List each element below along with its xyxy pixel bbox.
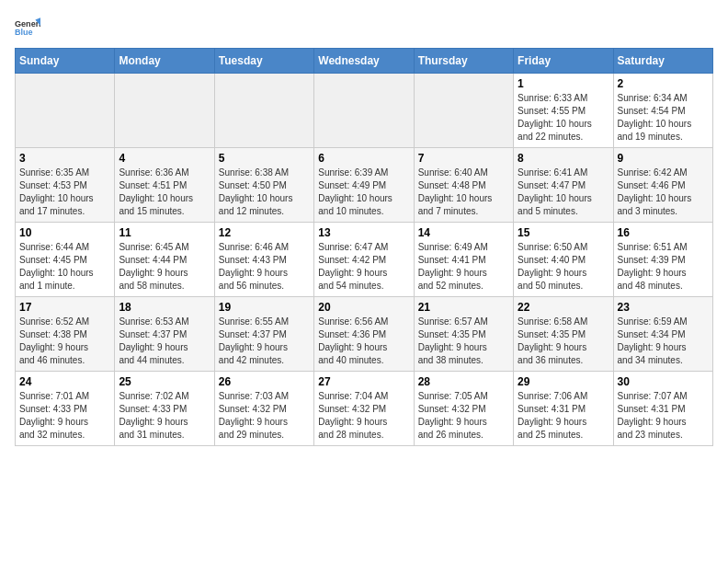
calendar-cell: 22Sunrise: 6:58 AM Sunset: 4:35 PM Dayli… [514,297,613,372]
calendar-cell: 14Sunrise: 6:49 AM Sunset: 4:41 PM Dayli… [414,223,513,297]
calendar-cell: 21Sunrise: 6:57 AM Sunset: 4:35 PM Dayli… [414,297,513,372]
day-number: 27 [318,375,409,388]
day-info: Sunrise: 6:38 AM Sunset: 4:50 PM Dayligh… [219,167,310,218]
weekday-header: Monday [115,49,214,74]
logo: General Blue [15,15,44,40]
calendar-cell: 9Sunrise: 6:42 AM Sunset: 4:46 PM Daylig… [613,148,712,223]
weekday-header: Tuesday [214,49,313,74]
day-number: 28 [418,375,509,388]
day-info: Sunrise: 7:01 AM Sunset: 4:33 PM Dayligh… [19,390,110,442]
day-info: Sunrise: 7:03 AM Sunset: 4:32 PM Dayligh… [219,390,310,442]
calendar-cell [16,74,115,148]
day-info: Sunrise: 6:58 AM Sunset: 4:35 PM Dayligh… [518,316,609,367]
day-info: Sunrise: 6:53 AM Sunset: 4:37 PM Dayligh… [119,316,210,367]
calendar-cell: 2Sunrise: 6:34 AM Sunset: 4:54 PM Daylig… [613,74,712,148]
day-number: 15 [518,226,609,239]
day-number: 14 [418,226,509,239]
day-number: 6 [318,152,409,165]
calendar-cell: 23Sunrise: 6:59 AM Sunset: 4:34 PM Dayli… [613,297,712,372]
day-info: Sunrise: 6:33 AM Sunset: 4:55 PM Dayligh… [518,92,609,144]
day-info: Sunrise: 6:51 AM Sunset: 4:39 PM Dayligh… [618,241,709,293]
weekday-header: Thursday [414,49,513,74]
day-number: 11 [119,226,210,239]
day-info: Sunrise: 6:39 AM Sunset: 4:49 PM Dayligh… [318,167,409,218]
calendar-cell: 15Sunrise: 6:50 AM Sunset: 4:40 PM Dayli… [514,223,613,297]
calendar-cell: 5Sunrise: 6:38 AM Sunset: 4:50 PM Daylig… [214,148,313,223]
day-info: Sunrise: 6:49 AM Sunset: 4:41 PM Dayligh… [418,241,509,293]
day-info: Sunrise: 6:50 AM Sunset: 4:40 PM Dayligh… [518,241,609,293]
day-info: Sunrise: 6:36 AM Sunset: 4:51 PM Dayligh… [119,167,210,218]
day-info: Sunrise: 6:52 AM Sunset: 4:38 PM Dayligh… [19,316,110,367]
calendar-cell [414,74,513,148]
day-number: 5 [219,152,310,165]
calendar-cell: 28Sunrise: 7:05 AM Sunset: 4:32 PM Dayli… [414,372,513,446]
calendar-cell: 6Sunrise: 6:39 AM Sunset: 4:49 PM Daylig… [314,148,414,223]
day-info: Sunrise: 6:35 AM Sunset: 4:53 PM Dayligh… [19,167,110,218]
day-info: Sunrise: 6:40 AM Sunset: 4:48 PM Dayligh… [418,167,509,218]
calendar-week-row: 3Sunrise: 6:35 AM Sunset: 4:53 PM Daylig… [16,148,713,223]
day-info: Sunrise: 6:57 AM Sunset: 4:35 PM Dayligh… [418,316,509,367]
day-info: Sunrise: 7:04 AM Sunset: 4:32 PM Dayligh… [318,390,409,442]
day-number: 23 [618,301,709,314]
day-number: 7 [418,152,509,165]
calendar-header: SundayMondayTuesdayWednesdayThursdayFrid… [16,49,713,74]
day-info: Sunrise: 6:46 AM Sunset: 4:43 PM Dayligh… [219,241,310,293]
calendar-cell [314,74,414,148]
calendar-cell: 1Sunrise: 6:33 AM Sunset: 4:55 PM Daylig… [514,74,613,148]
day-info: Sunrise: 7:05 AM Sunset: 4:32 PM Dayligh… [418,390,509,442]
calendar-cell: 18Sunrise: 6:53 AM Sunset: 4:37 PM Dayli… [115,297,214,372]
calendar-cell: 12Sunrise: 6:46 AM Sunset: 4:43 PM Dayli… [214,223,313,297]
day-info: Sunrise: 6:45 AM Sunset: 4:44 PM Dayligh… [119,241,210,293]
day-number: 16 [618,226,709,239]
day-number: 20 [318,301,409,314]
day-number: 13 [318,226,409,239]
day-number: 19 [219,301,310,314]
calendar-cell: 27Sunrise: 7:04 AM Sunset: 4:32 PM Dayli… [314,372,414,446]
calendar-week-row: 24Sunrise: 7:01 AM Sunset: 4:33 PM Dayli… [16,372,713,446]
calendar-cell: 17Sunrise: 6:52 AM Sunset: 4:38 PM Dayli… [16,297,115,372]
day-info: Sunrise: 6:55 AM Sunset: 4:37 PM Dayligh… [219,316,310,367]
day-number: 12 [219,226,310,239]
day-number: 17 [19,301,110,314]
calendar-cell: 3Sunrise: 6:35 AM Sunset: 4:53 PM Daylig… [16,148,115,223]
day-info: Sunrise: 6:56 AM Sunset: 4:36 PM Dayligh… [318,316,409,367]
day-number: 8 [518,152,609,165]
calendar-cell: 26Sunrise: 7:03 AM Sunset: 4:32 PM Dayli… [214,372,313,446]
svg-text:Blue: Blue [15,28,33,37]
calendar-cell: 4Sunrise: 6:36 AM Sunset: 4:51 PM Daylig… [115,148,214,223]
day-number: 3 [19,152,110,165]
weekday-header: Friday [514,49,613,74]
header: General Blue [15,15,713,40]
calendar-week-row: 10Sunrise: 6:44 AM Sunset: 4:45 PM Dayli… [16,223,713,297]
day-number: 21 [418,301,509,314]
day-info: Sunrise: 7:06 AM Sunset: 4:31 PM Dayligh… [518,390,609,442]
weekday-header: Wednesday [314,49,414,74]
day-number: 1 [518,77,609,90]
header-row: SundayMondayTuesdayWednesdayThursdayFrid… [16,49,713,74]
day-info: Sunrise: 6:41 AM Sunset: 4:47 PM Dayligh… [518,167,609,218]
calendar-cell: 20Sunrise: 6:56 AM Sunset: 4:36 PM Dayli… [314,297,414,372]
day-info: Sunrise: 6:47 AM Sunset: 4:42 PM Dayligh… [318,241,409,293]
calendar-cell: 29Sunrise: 7:06 AM Sunset: 4:31 PM Dayli… [514,372,613,446]
day-info: Sunrise: 6:42 AM Sunset: 4:46 PM Dayligh… [618,167,709,218]
weekday-header: Saturday [613,49,712,74]
calendar-cell: 10Sunrise: 6:44 AM Sunset: 4:45 PM Dayli… [16,223,115,297]
calendar-cell: 7Sunrise: 6:40 AM Sunset: 4:48 PM Daylig… [414,148,513,223]
day-number: 22 [518,301,609,314]
calendar-week-row: 1Sunrise: 6:33 AM Sunset: 4:55 PM Daylig… [16,74,713,148]
day-number: 29 [518,375,609,388]
calendar-cell: 19Sunrise: 6:55 AM Sunset: 4:37 PM Dayli… [214,297,313,372]
calendar-body: 1Sunrise: 6:33 AM Sunset: 4:55 PM Daylig… [16,74,713,446]
day-info: Sunrise: 6:59 AM Sunset: 4:34 PM Dayligh… [618,316,709,367]
day-number: 10 [19,226,110,239]
logo-icon: General Blue [15,15,40,40]
calendar-cell [115,74,214,148]
calendar: SundayMondayTuesdayWednesdayThursdayFrid… [15,48,713,446]
day-number: 26 [219,375,310,388]
day-info: Sunrise: 7:07 AM Sunset: 4:31 PM Dayligh… [618,390,709,442]
day-number: 9 [618,152,709,165]
day-info: Sunrise: 6:34 AM Sunset: 4:54 PM Dayligh… [618,92,709,144]
day-number: 4 [119,152,210,165]
day-number: 25 [119,375,210,388]
day-number: 24 [19,375,110,388]
